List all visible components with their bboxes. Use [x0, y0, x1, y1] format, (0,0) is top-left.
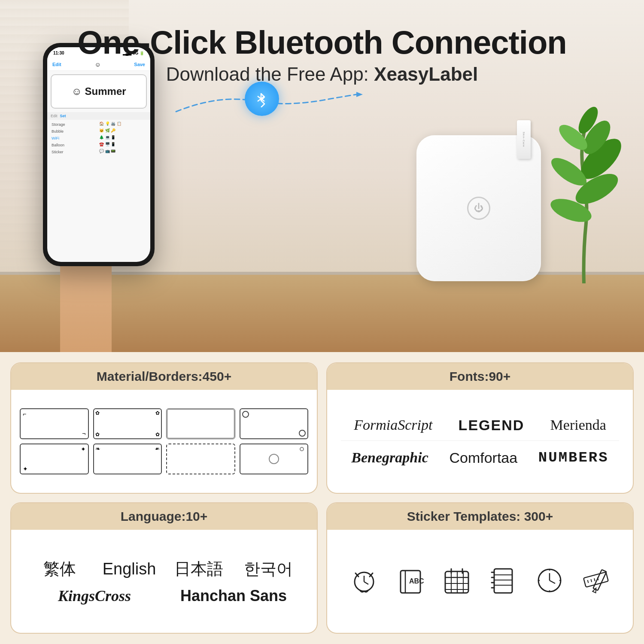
border-item-1: ⌐ ¬: [20, 408, 89, 439]
svg-line-43: [588, 580, 589, 583]
cat-bubble[interactable]: Bubble: [51, 128, 98, 134]
stickers-card-body: ABC: [327, 530, 633, 633]
stickers-card-header: Sticker Templates: 300+: [327, 503, 633, 530]
cat-icons: 🏠 💡 🖨️ 📋: [99, 122, 147, 128]
lang-english: English: [94, 560, 164, 578]
bluetooth-connection: [167, 86, 365, 120]
lang-traditional-chinese: 繁体: [25, 558, 94, 580]
borders-card: Material/Borders:450+ ⌐ ¬ ✿ ✿ ✿ ✿: [10, 362, 318, 494]
plant-icon: [537, 103, 631, 283]
svg-rect-42: [583, 572, 608, 587]
lang-hanchan-sans: Hanchan Sans: [164, 587, 303, 605]
border-item-3: [166, 408, 235, 439]
printer-power-button[interactable]: ⏻: [467, 197, 490, 220]
bluetooth-icon: [253, 90, 270, 107]
borders-row-2: ✦ ✦ ❧ ❧: [20, 444, 308, 474]
sticker-icon-ruler: [581, 565, 611, 597]
language-card-body: 繁体 English 日本語 한국어 KingsCross Hanchan Sa…: [11, 530, 317, 633]
sticker-icon-calendar: [442, 565, 472, 597]
font-sample-benegraphic: Benegraphic: [351, 450, 428, 466]
language-card-header: Language:10+: [11, 503, 317, 530]
border-item-2: ✿ ✿ ✿ ✿: [93, 408, 162, 439]
font-sample-comfortaa: Comfortaa: [449, 450, 517, 466]
cat-storage[interactable]: Storage: [51, 122, 98, 128]
fonts-card-header: Fonts:90+: [327, 363, 633, 390]
borders-row-1: ⌐ ¬ ✿ ✿ ✿ ✿: [20, 408, 308, 439]
sub-title-text: Download the Free App:: [166, 64, 374, 85]
cat-icons3: 🌲 💻 📱: [99, 135, 147, 141]
borders-card-header: Material/Borders:450+: [11, 363, 317, 390]
language-card: Language:10+ 繁体 English 日本語 한국어 KingsCro…: [10, 502, 318, 634]
plant-decoration: [537, 103, 631, 283]
sticker-icon-clock: [535, 565, 565, 597]
font-sample-formiascript: FormiaScript: [354, 417, 432, 433]
cat-icons4: ☎️ 🖥️ 📱: [99, 142, 147, 148]
fonts-row-2: Benegraphic Comfortaa NUMBERS: [341, 450, 619, 466]
page-wrapper: One-Click Bluetooth Connection Download …: [0, 0, 644, 644]
language-row-2: KingsCross Hanchan Sans: [25, 587, 303, 605]
sub-title: Download the Free App: XeasyLabel: [0, 64, 644, 85]
cat-wifi[interactable]: WiFi: [51, 135, 98, 141]
border-item-5: ✦ ✦: [20, 444, 89, 474]
cat-sticker[interactable]: Sticker: [51, 149, 98, 155]
fonts-row-1: FormiaScript LEGEND Merienda: [341, 417, 619, 441]
cat-icons5: 💬 📺 📟: [99, 149, 147, 155]
svg-line-45: [594, 578, 595, 581]
svg-line-37: [550, 580, 555, 583]
language-row-1: 繁体 English 日本語 한국어: [25, 558, 303, 580]
title-area: One-Click Bluetooth Connection Download …: [0, 0, 644, 85]
language-title: Language:10+: [121, 509, 208, 523]
stickers-title: Sticker Templates: 300+: [407, 509, 553, 523]
lang-kingscross: KingsCross: [25, 587, 164, 605]
cat-balloon[interactable]: Balloon: [51, 142, 98, 148]
phone-categories: Storage 🏠 💡 🖨️ 📋 Bubble 🐱 🌿 🔑 WiFi 🌲 💻 📱…: [47, 120, 150, 157]
fonts-title: Fonts:90+: [450, 369, 511, 383]
bluetooth-badge: [245, 82, 279, 116]
tab-set[interactable]: Set: [60, 114, 66, 118]
fonts-card: Fonts:90+ FormiaScript LEGEND Merienda B…: [326, 362, 634, 494]
app-name: XeasyLabel: [374, 64, 478, 85]
border-item-7: [166, 444, 235, 474]
svg-line-44: [591, 579, 592, 582]
fonts-card-body: FormiaScript LEGEND Merienda Benegraphic…: [327, 390, 633, 493]
font-sample-numbers: NUMBERS: [538, 450, 609, 466]
lang-korean: 한국어: [234, 558, 303, 580]
stickers-card: Sticker Templates: 300+: [326, 502, 634, 634]
borders-card-body: ⌐ ¬ ✿ ✿ ✿ ✿: [11, 390, 317, 493]
font-sample-merienda: Merienda: [550, 417, 606, 433]
tab-edit[interactable]: Edit: [51, 114, 58, 118]
sticker-icon-alarm: [349, 565, 379, 597]
svg-line-12: [364, 582, 368, 584]
phone-label-preview: ☺ Summer: [71, 85, 126, 97]
cat-icons2: 🐱 🌿 🔑: [99, 128, 147, 134]
printer-wrapper: ⏻ Skin-Care: [416, 135, 541, 281]
tape-label-text: Skin-Care: [522, 132, 525, 147]
hero-section: One-Click Bluetooth Connection Download …: [0, 0, 644, 352]
border-item-4: [240, 408, 309, 439]
printer-tape: Skin-Care: [517, 120, 531, 159]
lang-japanese: 日本語: [164, 558, 234, 580]
printer-device: ⏻ Skin-Care: [416, 135, 541, 281]
main-title: One-Click Bluetooth Connection: [0, 24, 644, 61]
font-sample-legend: LEGEND: [459, 417, 525, 434]
border-item-8: [240, 444, 309, 474]
border-item-6: ❧ ❧: [93, 444, 162, 474]
features-section: Material/Borders:450+ ⌐ ¬ ✿ ✿ ✿ ✿: [0, 352, 644, 644]
svg-rect-27: [494, 569, 512, 593]
sticker-icon-notebook: [488, 565, 518, 597]
borders-title: Material/Borders:450+: [97, 369, 231, 383]
svg-marker-7: [356, 92, 363, 97]
phone-tabs: Edit Set: [47, 112, 150, 120]
svg-text:ABC: ABC: [409, 577, 424, 585]
sticker-icon-abc: ABC: [395, 565, 425, 597]
